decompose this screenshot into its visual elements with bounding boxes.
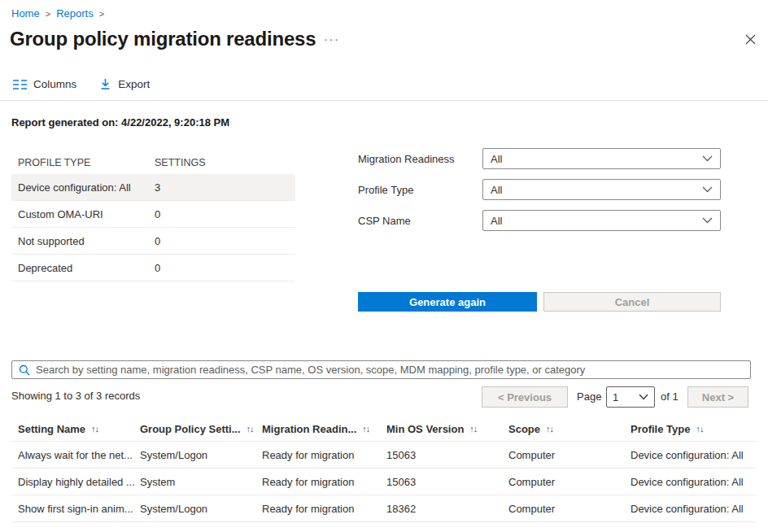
close-icon [744, 33, 757, 46]
export-download-icon [99, 78, 111, 90]
summary-row-device-configuration[interactable]: Device configuration: All 3 [11, 174, 295, 201]
columns-button-label: Columns [33, 78, 76, 90]
page-title: Group policy migration readiness [10, 28, 316, 50]
breadcrumb-reports-link[interactable]: Reports [56, 7, 94, 20]
search-input[interactable] [36, 364, 744, 376]
filter-migration-readiness: Migration Readiness All [358, 148, 721, 169]
columns-button[interactable]: Columns [13, 78, 76, 90]
cancel-button[interactable]: Cancel [543, 292, 721, 312]
cell-setting-name: Always wait for the net... [18, 449, 140, 461]
table-row: Show first sign-in anim... System/Logon … [11, 495, 757, 522]
report-page: Home > Reports > Group policy migration … [0, 0, 768, 532]
summary-cell-profile-type: Not supported [11, 235, 155, 247]
cell-migration-readiness: Ready for migration [262, 476, 386, 488]
next-page-button[interactable]: Next > [687, 386, 748, 408]
summary-cell-settings: 3 [155, 181, 295, 194]
summary-row-deprecated[interactable]: Deprecated 0 [11, 255, 295, 281]
filter-profile-type: Profile Type All [358, 179, 721, 200]
cell-group-policy-setting: System/Logon [140, 503, 262, 515]
summary-cell-profile-type: Deprecated [11, 262, 155, 274]
column-label: Profile Type [631, 423, 690, 435]
cell-group-policy-setting: System/Logon [140, 449, 262, 461]
breadcrumb-home-link[interactable]: Home [11, 7, 40, 20]
close-button[interactable] [742, 31, 758, 47]
cell-group-policy-setting: System [140, 476, 262, 488]
profile-type-value: All [491, 184, 502, 196]
column-label: Setting Name [18, 423, 85, 435]
breadcrumb: Home > Reports > [11, 7, 104, 20]
page-number-dropdown[interactable]: 1 [606, 386, 655, 408]
toolbar-divider [0, 100, 768, 101]
sort-icon: ↑↓ [247, 424, 254, 434]
column-header-min-os-version[interactable]: Min OS Version ↑↓ [386, 423, 508, 435]
filter-csp-name: CSP Name All [358, 210, 721, 231]
csp-name-value: All [491, 215, 502, 227]
report-generated-text: Report generated on: 4/22/2022, 9:20:18 … [11, 116, 229, 129]
table-row: Always wait for the net... System/Logon … [11, 442, 757, 469]
migration-readiness-dropdown[interactable]: All [482, 148, 721, 169]
cell-min-os-version: 15063 [386, 476, 508, 488]
summary-cell-profile-type: Custom OMA-URI [11, 208, 155, 220]
csp-name-dropdown[interactable]: All [482, 210, 721, 231]
summary-table-header: PROFILE TYPE SETTINGS [11, 151, 295, 174]
profile-type-dropdown[interactable]: All [482, 179, 721, 200]
results-table-header: Setting Name ↑↓ Group Policy Setti... ↑↓… [11, 416, 757, 442]
breadcrumb-separator: > [46, 9, 50, 19]
column-header-setting-name[interactable]: Setting Name ↑↓ [18, 423, 140, 435]
breadcrumb-separator: > [99, 9, 104, 19]
cell-scope: Computer [508, 503, 631, 515]
table-row: Display highly detailed ... System Ready… [11, 469, 757, 495]
column-label: Min OS Version [386, 423, 464, 435]
previous-page-button[interactable]: < Previous [482, 386, 568, 408]
search-box [11, 360, 751, 379]
generate-again-button[interactable]: Generate again [358, 292, 537, 312]
cell-profile-type: Device configuration: All [631, 449, 757, 461]
summary-row-not-supported[interactable]: Not supported 0 [11, 228, 295, 255]
column-label: Group Policy Setti... [140, 423, 241, 435]
more-options-button[interactable]: ··· [324, 33, 340, 46]
chevron-down-icon [639, 394, 648, 400]
migration-readiness-label: Migration Readiness [358, 153, 482, 165]
migration-readiness-value: All [491, 153, 502, 165]
chevron-down-icon [702, 155, 713, 162]
chevron-down-icon [702, 186, 713, 193]
column-header-migration-readiness[interactable]: Migration Readin... ↑↓ [262, 423, 386, 435]
column-header-scope[interactable]: Scope ↑↓ [508, 423, 631, 435]
column-header-group-policy-setting[interactable]: Group Policy Setti... ↑↓ [140, 423, 262, 435]
results-table: Setting Name ↑↓ Group Policy Setti... ↑↓… [11, 416, 757, 522]
summary-cell-settings: 0 [155, 235, 295, 247]
page-label: Page [577, 390, 601, 403]
profile-type-label: Profile Type [358, 184, 482, 196]
cell-scope: Computer [508, 449, 631, 461]
csp-name-label: CSP Name [358, 215, 482, 227]
column-header-profile-type[interactable]: Profile Type ↑↓ [631, 423, 757, 435]
sort-icon: ↑↓ [546, 424, 553, 434]
sort-icon: ↑↓ [469, 424, 477, 434]
cell-setting-name: Display highly detailed ... [18, 476, 140, 488]
column-label: Scope [508, 423, 540, 435]
cell-min-os-version: 18362 [386, 503, 508, 515]
export-button-label: Export [118, 78, 150, 90]
export-button[interactable]: Export [99, 78, 150, 90]
showing-records-text: Showing 1 to 3 of 3 records [11, 390, 140, 402]
cell-migration-readiness: Ready for migration [262, 503, 386, 515]
profile-type-summary-table: PROFILE TYPE SETTINGS Device configurati… [11, 151, 295, 281]
summary-cell-settings: 0 [155, 208, 295, 220]
sort-icon: ↑↓ [696, 424, 703, 434]
summary-cell-settings: 0 [155, 262, 295, 274]
cell-min-os-version: 15063 [386, 449, 508, 461]
summary-header-profile-type: PROFILE TYPE [11, 157, 155, 168]
page-of-label: of 1 [661, 390, 679, 403]
cell-profile-type: Device configuration: All [631, 503, 757, 515]
summary-header-settings: SETTINGS [155, 157, 295, 168]
cell-migration-readiness: Ready for migration [262, 449, 386, 461]
summary-row-custom-oma-uri[interactable]: Custom OMA-URI 0 [11, 201, 295, 228]
columns-icon [13, 79, 27, 90]
column-label: Migration Readin... [262, 423, 356, 435]
cell-profile-type: Device configuration: All [631, 476, 757, 488]
search-icon [19, 364, 30, 376]
sort-icon: ↑↓ [91, 424, 98, 434]
cell-setting-name: Show first sign-in anim... [18, 503, 140, 515]
summary-cell-profile-type: Device configuration: All [11, 181, 155, 194]
page-number-value: 1 [613, 391, 618, 403]
